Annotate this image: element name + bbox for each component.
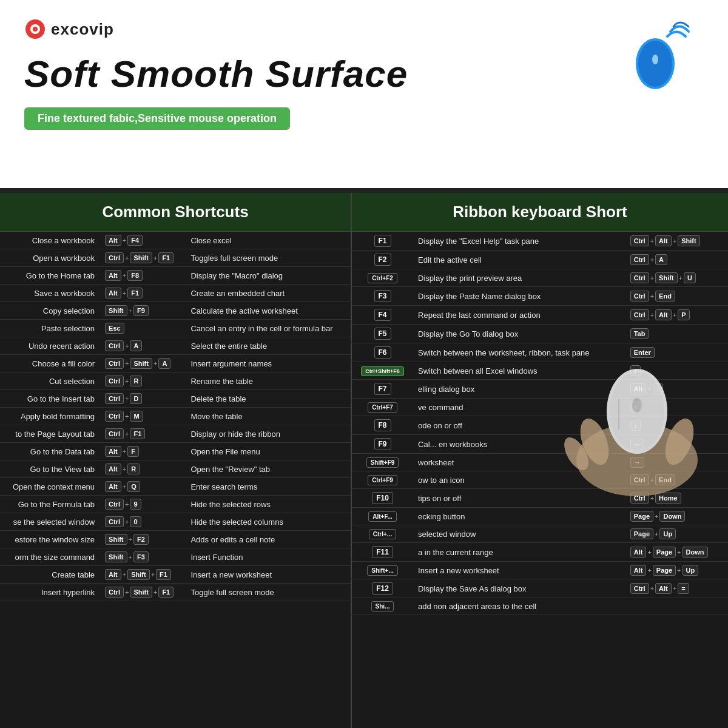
table-row: Cut selection Ctrl+R Rename the table [0, 372, 351, 390]
table-row: F7 elling dialog box Alt+↓ [352, 380, 728, 399]
table-row: Open a workbook Ctrl+Shift+F1 Toggles fu… [0, 249, 351, 267]
table-row: F9 Cal... en workbooks ← [352, 435, 728, 454]
table-row: Ctrl+Shift+F6 Switch between all Excel w… [352, 362, 728, 380]
shortcuts-section: Common Shortcuts Close a workbook Alt+F4… [0, 193, 728, 728]
mouse-illustration [619, 18, 692, 93]
svg-point-2 [33, 27, 38, 32]
table-row: Go to the Home tab Alt+F8 Display the "M… [0, 267, 351, 285]
svg-point-5 [652, 55, 658, 64]
table-row: Close a workbook Alt+F4 Close excel [0, 232, 351, 249]
table-row: Choose a fill color Ctrl+Shift+A Insert … [0, 355, 351, 372]
table-row: Alt+F... ecking button Page+Down [352, 508, 728, 525]
table-row: Open the context menu Alt+Q Enter search… [0, 478, 351, 496]
table-row: Ctrl+F7 ve command ↑ [352, 399, 728, 416]
left-shortcuts-table: Close a workbook Alt+F4 Close excel Open… [0, 232, 351, 601]
table-row: F11 a in the current range Alt+Page+Down [352, 543, 728, 562]
right-col-header: Ribbon keyboard Short [352, 193, 728, 232]
table-row: F10 tips on or off Ctrl+Home [352, 489, 728, 508]
table-row: F4 Repeat the last command or action Ctr… [352, 306, 728, 325]
table-row: Paste selection Esc Cancel an entry in t… [0, 320, 351, 337]
table-row: Apply bold formatting Ctrl+M Move the ta… [0, 408, 351, 425]
table-row: Shift+F9 worksheet → [352, 454, 728, 471]
table-row: estore the window size Shift+F2 Adds or … [0, 531, 351, 548]
top-section: excovip Soft Smooth Surface Fine texture… [0, 0, 728, 188]
table-row: se the selected window Ctrl+0 Hide the s… [0, 513, 351, 531]
main-title: Soft Smooth Surface [24, 52, 704, 95]
table-row: Shi... add non adjacent areas to the cel… [352, 598, 728, 615]
right-shortcuts-table: F1 Display the "Excel Help" task pane Ct… [352, 232, 728, 615]
logo-area: excovip [24, 18, 704, 40]
section-divider [0, 188, 728, 193]
table-row: to the Page Layout tab Ctrl+F1 Display o… [0, 425, 351, 443]
table-row: Go to the View tab Alt+R Open the "Revie… [0, 460, 351, 478]
table-row: Ctrl+F9 ow to an icon Ctrl+End [352, 471, 728, 489]
right-column: Ribbon keyboard Short F1 Display the "Ex… [352, 193, 728, 728]
table-row: Undo recent action Ctrl+A Select the ent… [0, 337, 351, 355]
table-row: F6 Switch between the worksheet, ribbon,… [352, 343, 728, 362]
table-row: Go to the Formula tab Ctrl+9 Hide the se… [0, 496, 351, 513]
table-row: F3 Display the Paste Name dialog box Ctr… [352, 287, 728, 306]
left-column: Common Shortcuts Close a workbook Alt+F4… [0, 193, 352, 728]
table-row: F8 ode on or off ↓ [352, 416, 728, 435]
table-row: Go to the Data tab Alt+F Open the File m… [0, 443, 351, 460]
table-row: Ctrl+... selected window Page+Up [352, 525, 728, 543]
table-row: Copy selection Shift+F9 Calculate the ac… [0, 302, 351, 320]
table-row: Create table Alt+Shift+F1 Insert a new w… [0, 566, 351, 584]
brand-name: excovip [51, 20, 114, 39]
table-row: Shift+... Insert a new worksheet Alt+Pag… [352, 562, 728, 579]
table-row: F5 Display the Go To dialog box Tab [352, 325, 728, 343]
brand-logo-icon [24, 18, 46, 40]
left-col-header: Common Shortcuts [0, 193, 351, 232]
table-row: F2 Edit the active cell Ctrl+A [352, 251, 728, 269]
table-row: Go to the Insert tab Ctrl+D Delete the t… [0, 390, 351, 408]
table-row: Save a workbook Alt+F1 Create an embedde… [0, 285, 351, 302]
table-row: Ctrl+F2 Display the print preview area C… [352, 269, 728, 287]
table-row: F1 Display the "Excel Help" task pane Ct… [352, 232, 728, 251]
table-row: F12 Display the Save As dialog box Ctrl+… [352, 579, 728, 598]
subtitle-badge: Fine textured fabic,Sensitive mouse oper… [24, 107, 290, 130]
table-row: Insert hyperlink Ctrl+Shift+F1 Toggle fu… [0, 584, 351, 601]
table-row: orm the size command Shift+F3 Insert Fun… [0, 548, 351, 566]
